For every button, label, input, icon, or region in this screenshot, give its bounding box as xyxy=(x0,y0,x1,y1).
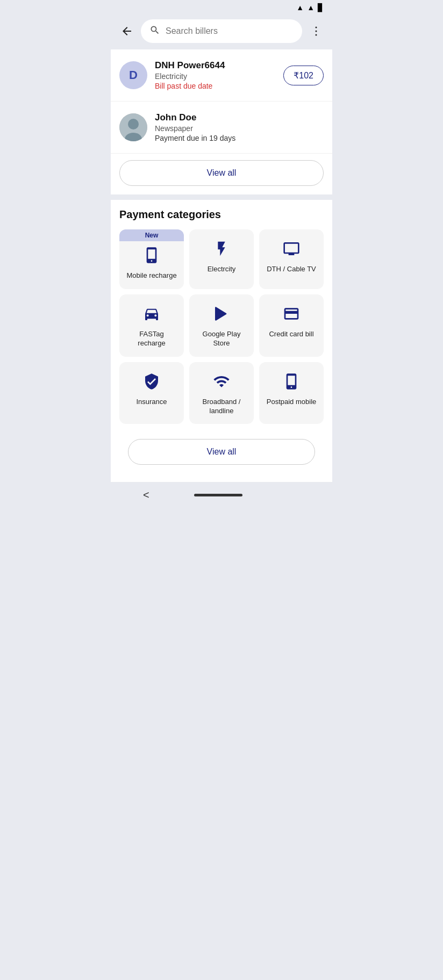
lightning-icon xyxy=(213,240,230,260)
category-electricity[interactable]: Electrcity xyxy=(189,229,254,289)
category-dth[interactable]: DTH / Cable TV xyxy=(259,229,324,289)
creditcard-icon xyxy=(283,305,300,325)
categories-title: Payment categories xyxy=(119,208,324,221)
mobile-icon xyxy=(143,247,160,266)
playstore-icon xyxy=(213,305,230,325)
avatar-dnhpower: D xyxy=(119,61,147,89)
top-bar xyxy=(111,15,332,49)
insurance-label: Insurance xyxy=(136,398,167,407)
category-mobile-recharge[interactable]: New Mobile recharge xyxy=(119,229,184,289)
search-input[interactable] xyxy=(166,26,294,36)
bill-name-johndoe: John Doe xyxy=(155,112,324,123)
category-credit-card[interactable]: Credit card bill xyxy=(259,294,324,357)
category-google-play[interactable]: Google Play Store xyxy=(189,294,254,357)
nav-back-button[interactable]: < xyxy=(143,489,149,501)
bill-info-johndoe: John Doe Newspaper Payment due in 19 day… xyxy=(155,112,324,142)
tv-icon xyxy=(283,240,300,260)
category-postpaid[interactable]: Postpaid mobile xyxy=(259,362,324,424)
category-fastag[interactable]: FASTag recharge xyxy=(119,294,184,357)
bill-info-dnhpower: DNH Power6644 Electricity Bill past due … xyxy=(155,60,276,90)
broadband-label: Broadband / landline xyxy=(195,398,248,416)
category-grid: New Mobile recharge Electrcity DTH / Cab… xyxy=(119,229,324,424)
credit-card-label: Credit card bill xyxy=(269,330,313,339)
bill-name-dnhpower: DNH Power6644 xyxy=(155,60,276,71)
status-bar: ▲ ▲ ▊ xyxy=(111,0,332,15)
view-all-button-1[interactable]: View all xyxy=(119,160,324,186)
bill-item-johndoe[interactable]: John Doe Newspaper Payment due in 19 day… xyxy=(111,102,332,154)
pay-button-dnhpower[interactable]: ₹102 xyxy=(283,66,324,85)
electricity-label: Electrcity xyxy=(208,265,236,274)
bottom-nav: < xyxy=(111,482,332,508)
fastag-icon xyxy=(143,305,160,325)
bill-item-dnhpower[interactable]: D DNH Power6644 Electricity Bill past du… xyxy=(111,49,332,102)
search-icon xyxy=(149,25,160,38)
broadband-icon xyxy=(213,373,230,392)
categories-section: Payment categories New Mobile recharge E… xyxy=(111,200,332,482)
new-badge: New xyxy=(119,229,184,241)
wifi-icon: ▲ xyxy=(296,3,304,12)
svg-point-4 xyxy=(128,119,139,129)
postpaid-label: Postpaid mobile xyxy=(267,398,317,407)
shield-icon xyxy=(143,373,160,392)
svg-point-2 xyxy=(316,34,317,36)
mobile-recharge-label: Mobile recharge xyxy=(126,271,176,280)
svg-point-1 xyxy=(316,31,317,32)
postpaid-icon xyxy=(283,373,300,392)
search-bar[interactable] xyxy=(141,19,302,43)
nav-pill xyxy=(194,494,242,496)
content-area: D DNH Power6644 Electricity Bill past du… xyxy=(111,49,332,194)
bill-type-johndoe: Newspaper xyxy=(155,124,324,133)
back-button[interactable] xyxy=(117,21,137,41)
category-insurance[interactable]: Insurance xyxy=(119,362,184,424)
more-options-button[interactable] xyxy=(306,21,326,41)
svg-point-0 xyxy=(316,27,317,28)
signal-icon: ▲ xyxy=(307,3,315,12)
battery-icon: ▊ xyxy=(318,3,324,12)
fastag-label: FASTag recharge xyxy=(125,330,178,348)
avatar-johndoe xyxy=(119,113,147,141)
bill-status-johndoe: Payment due in 19 days xyxy=(155,134,324,142)
view-all-button-2[interactable]: View all xyxy=(128,439,315,465)
dth-label: DTH / Cable TV xyxy=(267,265,316,274)
category-broadband[interactable]: Broadband / landline xyxy=(189,362,254,424)
bill-status-dnhpower: Bill past due date xyxy=(155,82,276,90)
google-play-label: Google Play Store xyxy=(195,330,248,348)
bill-type-dnhpower: Electricity xyxy=(155,72,276,81)
